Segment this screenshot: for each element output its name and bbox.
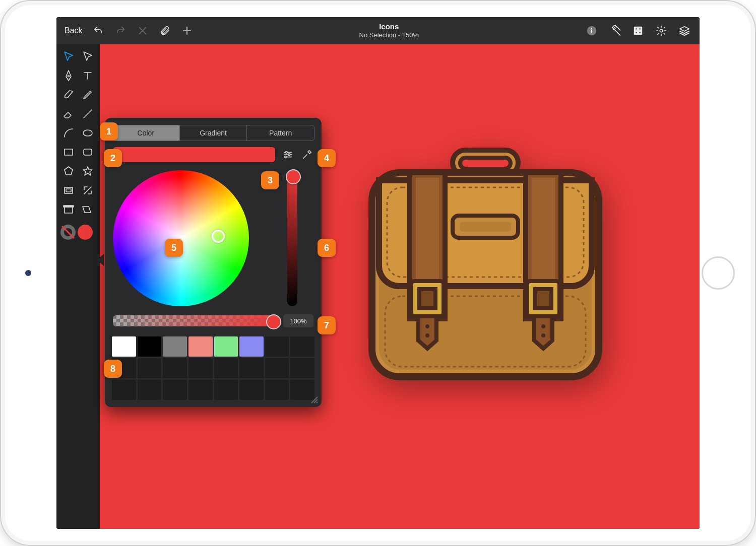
opacity-slider[interactable] (113, 315, 278, 326)
callout-1: 1 (100, 122, 118, 141)
tool-pencil[interactable] (80, 87, 96, 103)
add-icon[interactable] (180, 24, 194, 37)
tool-select[interactable] (60, 48, 77, 64)
svg-point-8 (68, 76, 70, 77)
swatch-cell[interactable] (265, 336, 289, 357)
svg-rect-31 (535, 289, 551, 308)
svg-point-32 (425, 324, 429, 328)
swatch-cell[interactable] (163, 380, 187, 400)
svg-point-9 (83, 130, 92, 136)
swatch-cell[interactable] (214, 336, 238, 357)
stroke-color-swatch[interactable] (60, 225, 76, 240)
layers-icon[interactable] (677, 24, 691, 38)
color-wheel[interactable] (113, 170, 249, 306)
tool-transform[interactable] (80, 182, 96, 198)
svg-rect-10 (65, 149, 73, 155)
swatch-cell[interactable] (138, 380, 162, 400)
tool-brush[interactable] (60, 87, 77, 103)
swatch-cell[interactable] (239, 336, 264, 357)
svg-rect-15 (64, 206, 74, 207)
sliders-icon[interactable] (281, 148, 294, 161)
callout-2: 2 (104, 149, 122, 167)
tool-pen[interactable] (60, 67, 77, 84)
callout-7: 7 (318, 316, 336, 334)
artwork-briefcase (362, 145, 609, 387)
tool-text[interactable] (80, 67, 96, 84)
swatch-cell[interactable] (265, 358, 289, 378)
svg-point-36 (285, 152, 287, 154)
tool-ellipse[interactable] (80, 125, 96, 141)
tool-eraser[interactable] (60, 106, 77, 122)
svg-point-3 (635, 28, 637, 30)
color-wheel-handle[interactable] (212, 230, 225, 243)
svg-rect-17 (460, 158, 511, 169)
current-color-swatch[interactable] (113, 147, 275, 162)
tool-frame[interactable] (60, 182, 77, 198)
info-icon[interactable] (585, 24, 599, 38)
swatch-cell[interactable] (290, 336, 314, 357)
swatch-cell[interactable] (138, 358, 162, 378)
grid-icon[interactable] (631, 24, 645, 38)
swatch-cell[interactable] (188, 358, 213, 378)
opacity-handle[interactable] (266, 314, 281, 329)
fill-color-swatch[interactable] (78, 225, 93, 240)
tool-rectangle[interactable] (60, 144, 77, 160)
close-icon[interactable] (136, 24, 149, 37)
fill-type-segmented: Color Gradient Pattern (112, 125, 314, 141)
top-toolbar: Back Icons No Selection - 150% (56, 17, 700, 44)
callout-3: 3 (261, 171, 279, 189)
callout-5: 5 (165, 239, 183, 257)
svg-rect-23 (460, 222, 511, 232)
svg-point-33 (425, 333, 429, 337)
eyedropper-icon[interactable] (300, 148, 313, 161)
tab-pattern[interactable]: Pattern (247, 125, 314, 141)
document-subtitle: No Selection - 150% (194, 31, 585, 39)
swatch-palette (105, 333, 322, 407)
tool-star[interactable] (80, 163, 96, 179)
attachment-icon[interactable] (158, 24, 171, 37)
swatch-cell[interactable] (265, 380, 289, 400)
swatch-cell[interactable] (290, 358, 314, 378)
undo-icon[interactable] (92, 24, 105, 37)
back-label: Back (65, 26, 83, 35)
swatch-cell[interactable] (138, 336, 162, 357)
swatch-cell[interactable] (239, 358, 264, 378)
swatch-cell[interactable] (188, 336, 213, 357)
svg-point-35 (541, 333, 545, 337)
gear-icon[interactable] (654, 24, 668, 38)
tab-color[interactable]: Color (112, 125, 180, 141)
brightness-slider[interactable] (287, 170, 297, 306)
tool-shear[interactable] (80, 201, 96, 218)
ruler-icon[interactable] (608, 24, 622, 38)
swatch-cell[interactable] (214, 380, 238, 400)
redo-icon[interactable] (114, 24, 127, 37)
back-button[interactable]: Back (62, 26, 83, 35)
swatch-cell[interactable] (239, 380, 264, 400)
document-title: Icons (194, 22, 585, 31)
svg-rect-29 (419, 289, 435, 308)
tool-rounded-rect[interactable] (80, 144, 96, 160)
swatch-cell[interactable] (112, 336, 136, 357)
svg-rect-11 (84, 149, 92, 155)
device-camera (25, 270, 31, 276)
home-button[interactable] (702, 256, 735, 290)
panel-resize-handle[interactable] (310, 396, 319, 404)
tool-sidebar (56, 44, 100, 529)
color-picker-panel: Color Gradient Pattern (105, 118, 322, 407)
tool-direct-select[interactable] (80, 48, 96, 64)
tab-gradient[interactable]: Gradient (180, 125, 247, 141)
swatch-cell[interactable] (112, 380, 136, 400)
swatch-cell[interactable] (163, 336, 187, 357)
svg-point-4 (639, 28, 641, 30)
tool-artboard[interactable] (60, 201, 77, 218)
popover-caret (97, 254, 104, 266)
tool-polygon[interactable] (60, 163, 77, 179)
brightness-handle[interactable] (286, 169, 301, 184)
tool-arc[interactable] (60, 125, 77, 141)
svg-rect-2 (634, 27, 643, 35)
swatch-cell[interactable] (188, 380, 213, 400)
swatch-cell[interactable] (163, 358, 187, 378)
tool-line[interactable] (80, 106, 96, 122)
swatch-cell[interactable] (214, 358, 238, 378)
opacity-value[interactable]: 100% (283, 314, 313, 327)
